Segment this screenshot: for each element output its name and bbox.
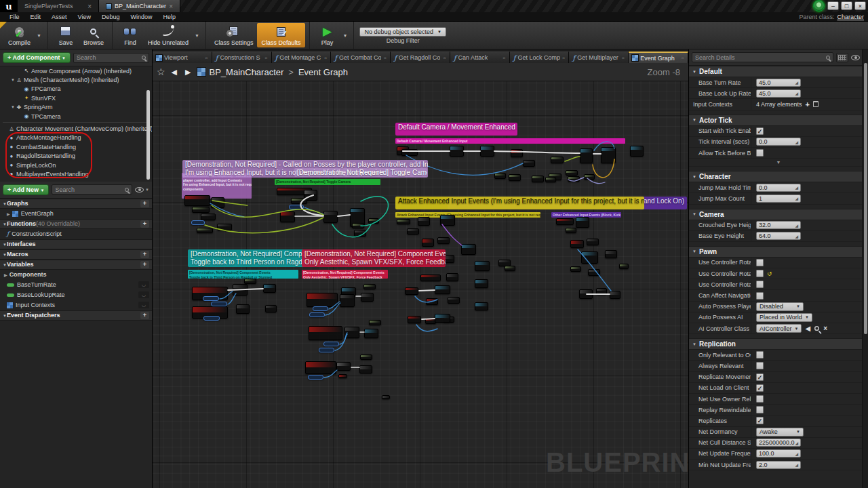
components-scrollbar[interactable] xyxy=(146,90,150,180)
dropdown-select[interactable]: Awake▼ xyxy=(756,428,804,436)
add-icon[interactable]: + xyxy=(140,261,149,268)
graph-node[interactable] xyxy=(233,284,248,296)
graph-node[interactable] xyxy=(422,239,434,247)
visibility-filter-button[interactable]: ▼ xyxy=(135,187,149,192)
graph-node[interactable] xyxy=(263,284,276,293)
add-new-button[interactable]: + Add New ▼ xyxy=(3,184,49,195)
component-item-simplelockon[interactable]: ●SimpleLockOn xyxy=(0,161,152,169)
add-icon[interactable]: + xyxy=(140,200,149,207)
add-icon[interactable]: + xyxy=(140,312,149,319)
component-item-tpcamera[interactable]: ◉TPCamera xyxy=(0,112,152,121)
close-icon[interactable]: × xyxy=(681,55,684,61)
graph-node[interactable] xyxy=(605,250,617,258)
asset-tab-singleplayertests[interactable]: SinglePlayerTests × xyxy=(18,0,99,12)
number-input[interactable]: 0.0◢ xyxy=(756,138,801,146)
tree-expander-icon[interactable]: ▼ xyxy=(10,105,16,109)
comment-title-overlay-5[interactable]: [Demonstration, Not Required] Component … xyxy=(302,249,446,267)
graph-node[interactable] xyxy=(368,218,379,224)
number-input[interactable]: 45.0◢ xyxy=(756,89,801,98)
checkbox[interactable]: ✓ xyxy=(756,362,764,369)
menu-item-help[interactable]: Help xyxy=(157,14,181,20)
close-icon[interactable]: × xyxy=(87,3,92,10)
close-icon[interactable]: × xyxy=(205,55,208,61)
graph-node[interactable] xyxy=(307,293,338,307)
details-section-header[interactable]: ▼Pawn xyxy=(689,246,868,258)
save-button[interactable]: Save xyxy=(52,22,79,49)
clear-icon[interactable]: × xyxy=(823,325,827,332)
comment-bar-2[interactable]: [Demonstration, Not Required] Toggle Cam… xyxy=(275,179,380,185)
graph-node[interactable] xyxy=(505,266,515,271)
graph-node[interactable] xyxy=(440,215,455,226)
graph-node[interactable] xyxy=(197,228,213,233)
graph-node[interactable] xyxy=(630,146,644,157)
graph-node[interactable] xyxy=(420,274,441,281)
number-input[interactable]: 45.0◢ xyxy=(756,79,801,87)
revert-icon[interactable]: ↺ xyxy=(767,270,772,277)
graph-node[interactable] xyxy=(323,211,338,223)
item-eventgraph[interactable]: ▶EventGraph xyxy=(0,209,152,219)
comment-title-overlay-1[interactable]: [Demonstration, Not Required] Toggle Cam… xyxy=(294,168,427,177)
graph-node[interactable] xyxy=(545,177,556,182)
graph-node[interactable] xyxy=(450,146,464,157)
add-icon[interactable]: + xyxy=(140,251,149,258)
number-input[interactable]: 225000000.0◢ xyxy=(756,439,801,447)
graph-node[interactable] xyxy=(407,228,419,235)
graph-node[interactable] xyxy=(359,365,372,373)
graph-node[interactable] xyxy=(461,244,476,255)
item-constructionscript[interactable]: ƒConstructionScript xyxy=(0,229,152,239)
dropdown-select[interactable]: Disabled▼ xyxy=(756,302,804,311)
details-section-header[interactable]: ▼Actor Tick xyxy=(689,115,868,126)
section-header-macros[interactable]: ▼ Macros+ xyxy=(0,249,152,260)
component-item-arrow[interactable]: ↖Arrow Component (Arrow) (Inherited) xyxy=(0,66,152,75)
checkbox[interactable]: ✓ xyxy=(756,281,764,288)
graph-node[interactable] xyxy=(494,173,506,179)
graph-node[interactable] xyxy=(217,224,232,230)
graph-node[interactable] xyxy=(437,237,450,244)
graph-node[interactable] xyxy=(435,285,450,294)
menu-item-view[interactable]: View xyxy=(73,14,96,20)
component-item-springarm[interactable]: ▼✚SpringArm xyxy=(0,103,152,112)
component-item-ragdollstatehandling[interactable]: ●RagdollStateHandling xyxy=(0,152,152,161)
checkbox[interactable]: ✓ xyxy=(756,127,764,135)
graph-node[interactable] xyxy=(338,374,347,378)
close-icon[interactable]: × xyxy=(622,55,625,61)
graph-node[interactable] xyxy=(570,266,581,272)
class-settings-button[interactable]: Class Settings xyxy=(210,22,258,49)
graph-node[interactable] xyxy=(280,211,295,222)
play-dropdown-caret[interactable]: ▼ xyxy=(341,33,350,38)
category-components[interactable]: ▶Components xyxy=(0,270,152,280)
graph-node[interactable] xyxy=(523,160,535,167)
debug-object-dropdown[interactable]: No debug object selected▼ xyxy=(359,27,446,37)
compile-button[interactable]: ✓ Compile xyxy=(4,22,35,49)
item-baselookuprate[interactable]: BaseLookUpRate◡ xyxy=(0,290,152,300)
graph-node[interactable] xyxy=(588,269,600,276)
checkbox[interactable]: ✓ xyxy=(756,292,764,300)
close-icon[interactable]: × xyxy=(169,3,173,10)
details-section-header[interactable]: ▼Default xyxy=(689,66,868,77)
graph-node[interactable] xyxy=(369,320,381,325)
graph-node[interactable] xyxy=(448,297,460,304)
section-header-functions[interactable]: ▼ Functions (40 Overridable)+ xyxy=(0,219,152,229)
graph-node[interactable] xyxy=(352,223,364,228)
graph-node[interactable] xyxy=(475,302,488,310)
minimize-button[interactable]: – xyxy=(827,1,839,10)
component-item-mesh[interactable]: ▼♙Mesh (CharacterMesh0) (Inherited) xyxy=(0,75,152,84)
graph-node[interactable] xyxy=(579,289,593,299)
add-icon[interactable]: + xyxy=(140,220,149,228)
component-item-character[interactable]: ♙Character Movement (CharMoveComp) (Inhe… xyxy=(0,124,152,133)
item-input-contexts[interactable]: Input Contexts◡ xyxy=(0,300,152,310)
asset-tab-bp-maincharacter[interactable]: BP_MainCharacter × xyxy=(99,0,180,12)
browse-to-icon[interactable] xyxy=(814,326,819,331)
close-icon[interactable]: × xyxy=(443,55,446,61)
graph-node[interactable] xyxy=(201,214,216,220)
my-blueprint-search-input[interactable]: Search xyxy=(52,184,132,195)
menu-item-edit[interactable]: Edit xyxy=(25,14,47,20)
graph-node[interactable] xyxy=(570,240,584,248)
checkbox[interactable]: ✓ xyxy=(756,270,764,277)
browse-button[interactable]: Browse xyxy=(79,22,108,49)
graph-node[interactable] xyxy=(509,174,521,181)
graph-node[interactable] xyxy=(244,279,256,284)
graph-node[interactable] xyxy=(382,395,390,399)
components-search-input[interactable]: Search xyxy=(73,53,149,63)
variable-visibility-toggle[interactable]: ◡ xyxy=(138,302,149,308)
